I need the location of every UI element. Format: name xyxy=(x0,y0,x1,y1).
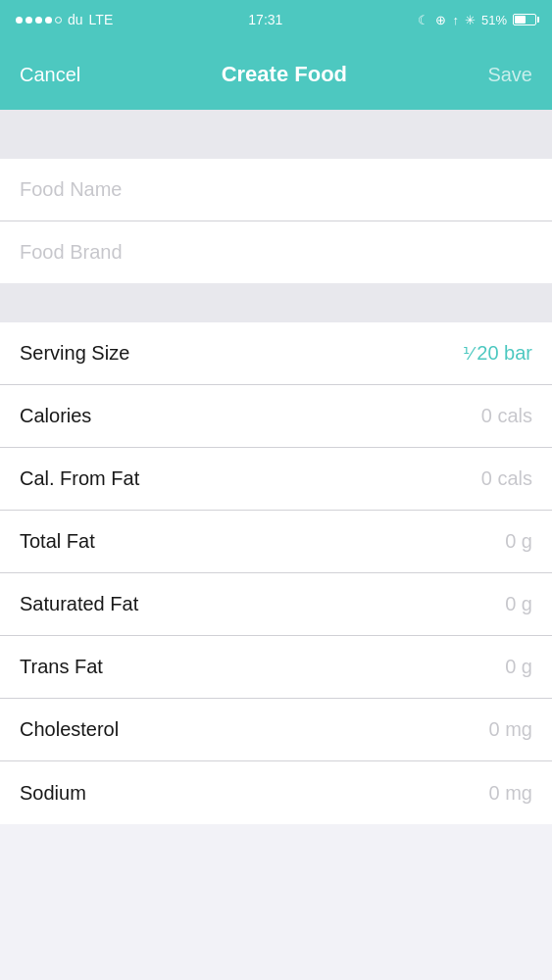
signal-dot-1 xyxy=(16,17,23,24)
nutrition-value: 0 cals xyxy=(481,405,532,427)
fraction-icon: ⅟ xyxy=(463,343,473,365)
nutrition-value: ⅟20 bar xyxy=(463,342,532,365)
nutrition-label: Trans Fat xyxy=(20,656,103,678)
nutrition-label: Sodium xyxy=(20,782,86,805)
signal-dots xyxy=(16,17,62,24)
nutrition-label: Serving Size xyxy=(20,342,129,365)
signal-dot-3 xyxy=(35,17,42,24)
carrier-label: du xyxy=(68,12,83,27)
nutrition-section: Serving Size⅟20 barCalories0 calsCal. Fr… xyxy=(0,322,552,824)
nutrition-value: 0 cals xyxy=(481,467,532,490)
input-section xyxy=(0,159,552,283)
location-icon: ⊕ xyxy=(435,13,446,27)
nutrition-row[interactable]: Sodium0 mg xyxy=(0,761,552,824)
nutrition-label: Saturated Fat xyxy=(20,593,138,615)
status-left: du LTE xyxy=(16,12,113,27)
signal-dot-2 xyxy=(25,17,32,24)
arrow-icon: ↑ xyxy=(452,13,459,27)
battery-indicator xyxy=(513,14,536,25)
nutrition-value: 0 g xyxy=(505,656,532,678)
moon-icon: ☾ xyxy=(418,13,429,27)
nutrition-label: Cal. From Fat xyxy=(20,467,139,490)
save-button[interactable]: Save xyxy=(487,64,532,86)
status-right: ☾ ⊕ ↑ ✳ 51% xyxy=(418,13,536,27)
nutrition-row[interactable]: Calories0 cals xyxy=(0,385,552,448)
nav-bar: Cancel Create Food Save xyxy=(0,39,552,110)
time-label: 17:31 xyxy=(248,12,282,27)
nutrition-label: Total Fat xyxy=(20,530,95,553)
signal-dot-5 xyxy=(55,17,62,24)
nutrition-label: Cholesterol xyxy=(20,718,119,741)
nutrition-value: 0 mg xyxy=(489,718,532,741)
bluetooth-icon: ✳ xyxy=(465,13,476,27)
cancel-button[interactable]: Cancel xyxy=(20,64,80,86)
nutrition-row[interactable]: Trans Fat0 g xyxy=(0,636,552,699)
nutrition-label: Calories xyxy=(20,405,91,427)
signal-dot-4 xyxy=(45,17,52,24)
nutrition-row[interactable]: Saturated Fat0 g xyxy=(0,573,552,636)
nutrition-row[interactable]: Cal. From Fat0 cals xyxy=(0,448,552,511)
network-type-label: LTE xyxy=(89,12,114,27)
battery-percent: 51% xyxy=(481,13,507,27)
nutrition-row[interactable]: Cholesterol0 mg xyxy=(0,699,552,761)
status-bar: du LTE 17:31 ☾ ⊕ ↑ ✳ 51% xyxy=(0,0,552,39)
page-title: Create Food xyxy=(222,62,347,87)
nutrition-value: 0 mg xyxy=(489,782,532,805)
serving-text: 20 bar xyxy=(477,342,532,365)
food-brand-input[interactable] xyxy=(0,221,552,283)
top-spacer xyxy=(0,110,552,159)
nutrition-row[interactable]: Total Fat0 g xyxy=(0,511,552,573)
section-separator xyxy=(0,283,552,322)
food-name-input[interactable] xyxy=(0,159,552,221)
nutrition-row[interactable]: Serving Size⅟20 bar xyxy=(0,322,552,385)
nutrition-value: 0 g xyxy=(505,530,532,553)
nutrition-value: 0 g xyxy=(505,593,532,615)
